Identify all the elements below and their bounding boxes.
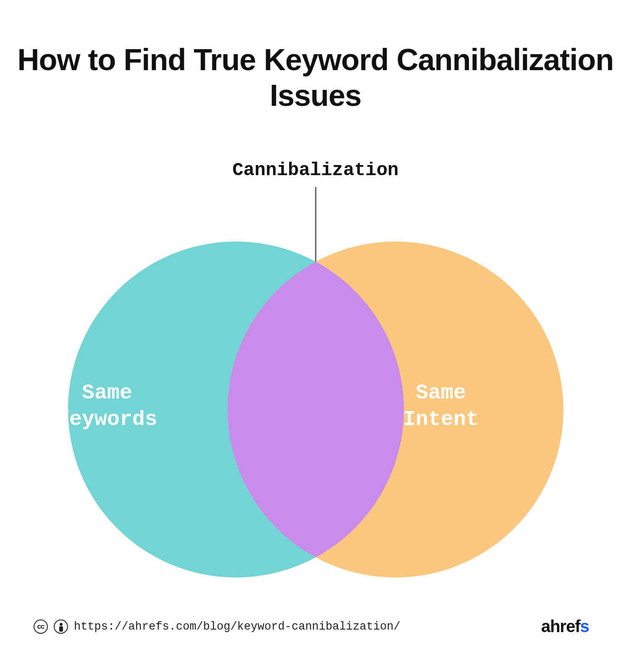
footer: cc https://ahrefs.com/blog/keyword-canni… xyxy=(34,617,589,636)
venn-right-label: Same Intent xyxy=(365,380,516,433)
brand-logo: ahrefs xyxy=(541,617,589,636)
brand-part-1: ahref xyxy=(541,617,580,635)
source-url: https://ahrefs.com/blog/keyword-cannibal… xyxy=(74,620,401,633)
footer-attribution: cc https://ahrefs.com/blog/keyword-canni… xyxy=(34,620,401,634)
cc-license-icon: cc xyxy=(34,620,48,634)
venn-overlap-label: Cannibalization xyxy=(0,160,631,181)
brand-part-2: s xyxy=(580,617,589,635)
infographic-canvas: How to Find True Keyword Cannibalization… xyxy=(0,0,631,672)
venn-diagram: Same Keywords Same Intent xyxy=(0,210,631,588)
venn-left-label: Same Keywords xyxy=(57,380,157,433)
cc-by-icon xyxy=(54,620,68,634)
page-title: How to Find True Keyword Cannibalization… xyxy=(0,42,631,113)
